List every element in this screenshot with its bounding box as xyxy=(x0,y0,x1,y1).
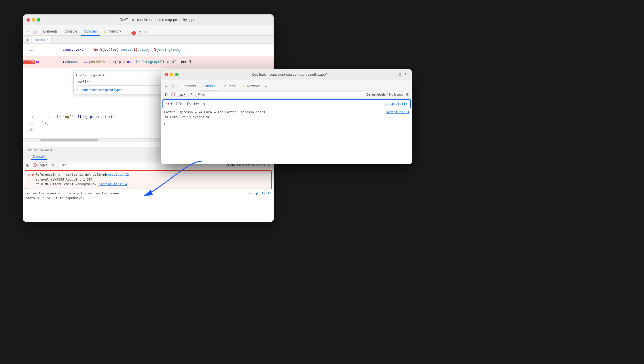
clear-console-btn[interactable]: 🚫 xyxy=(32,162,37,168)
tab-network[interactable]: ⚠ Network xyxy=(100,28,125,36)
scrollbar-thumb xyxy=(40,139,98,141)
front-tab-elements[interactable]: Elements xyxy=(178,82,199,90)
espresso-log-row: Coffee Espresso – 74 Euro – The Coffee E… xyxy=(161,109,412,121)
close-button[interactable] xyxy=(26,18,30,22)
front-tab-network[interactable]: ⚠ Network xyxy=(238,82,263,90)
error-expand-icon[interactable]: ▶ xyxy=(32,172,34,177)
front-console-body: ↪ Coffee Espresso script.ts:12 Coffee Es… xyxy=(161,98,412,164)
traffic-lights-back xyxy=(26,18,40,22)
logpoint-type[interactable]: Logpoint ▾ xyxy=(90,73,105,77)
front-chevron-icon: ▾ xyxy=(184,92,185,96)
console-tab[interactable]: Console xyxy=(31,154,47,160)
front-maximize-button[interactable] xyxy=(175,73,179,76)
error-link-2[interactable]: script.ts:12:4 xyxy=(100,182,127,186)
window-title-back: DevTools - consistent-source-map-pc.netl… xyxy=(44,18,270,22)
error-stack2: at HTMLButtonElement.<anonymous> (script… xyxy=(35,182,129,187)
code-line-12: 12 (▶document.▶querySelector('p') as HTM… xyxy=(23,56,274,68)
americano-log-row: Coffee Americano – 86 Euro – The Coffee … xyxy=(23,190,274,202)
learn-more-link[interactable]: ↗ Learn more: Breakpoint Types xyxy=(76,88,160,92)
eye-icon-btn[interactable]: 👁 xyxy=(50,162,56,168)
devtools-icons: ⊹ ⬜ xyxy=(25,29,37,35)
front-default-levels[interactable]: Default levels ▾ xyxy=(366,92,388,96)
tab-bar-front: ⊹ ⬜ Elements Console Sources ⚠ Network » xyxy=(161,80,412,90)
console-content: ✕ ▶ ReferenceError: coffee is not define… xyxy=(23,169,274,222)
logpoint-popup: Line 12: Logpoint ▾ ↗ Learn more: Breakp… xyxy=(73,71,163,94)
error-row: ✕ ▶ ReferenceError: coffee is not define… xyxy=(25,170,272,189)
americano-log-text: Coffee Americano – 86 Euro – The Coffee … xyxy=(25,191,119,201)
more-options-button[interactable]: ⋮ xyxy=(143,30,149,35)
file-tab-bar: ◧ script.ts ✕ xyxy=(23,36,274,44)
coffee-icon: ↪ xyxy=(166,101,169,106)
code-line-11: 11 const text = `The ${coffee} costs ${p… xyxy=(23,44,274,56)
title-bar-back: DevTools - consistent-source-map-pc.netl… xyxy=(23,14,274,25)
file-tab-name: script.ts xyxy=(35,38,46,41)
front-clear-btn[interactable]: 🚫 xyxy=(170,92,176,97)
chevron-icon: ▾ xyxy=(103,73,105,77)
americano-link[interactable]: script.ts:13 xyxy=(249,191,271,201)
front-context-value: top xyxy=(179,93,183,96)
traffic-lights-front xyxy=(165,73,179,76)
error-stack1: at eval (VM4394 logpoint:1:38) xyxy=(35,177,129,182)
front-console-toolbar: ◧ 🚫 top ▾ 👁 Default levels ▾ No Issues ⚙ xyxy=(161,90,412,98)
front-context-selector[interactable]: top ▾ xyxy=(177,92,187,97)
sidebar-panel-btn[interactable]: ◧ xyxy=(25,162,31,168)
front-filter-input[interactable] xyxy=(195,92,365,97)
cursor-position: Line 12, Column 4 xyxy=(26,148,52,152)
error-badge: ✕ 1 xyxy=(131,31,136,35)
front-levels-chevron: ▾ xyxy=(386,92,388,96)
file-close-icon[interactable]: ✕ xyxy=(47,38,49,41)
minimize-button[interactable] xyxy=(32,18,35,22)
logpoint-header: Line 12: Logpoint ▾ xyxy=(76,73,160,77)
devtools-window-front: DevTools - consistent-source-map-pc.netl… xyxy=(161,69,412,164)
front-tab-console[interactable]: Console xyxy=(199,82,219,90)
expand-arrow[interactable]: › xyxy=(161,121,412,127)
maximize-button[interactable] xyxy=(37,18,40,22)
context-selector[interactable]: top ▾ xyxy=(39,162,49,167)
front-tab-sources[interactable]: Sources xyxy=(219,82,238,90)
chevron-down-icon: ▾ xyxy=(46,163,47,167)
warning-icon: ⚠ xyxy=(104,29,107,33)
front-devtools-icons: ⊹ ⬜ xyxy=(164,84,176,90)
error-x-icon: ✕ xyxy=(28,173,31,177)
front-close-button[interactable] xyxy=(165,73,168,76)
inspector-icon[interactable]: ⊹ xyxy=(25,29,31,34)
device-icon[interactable]: ⬜ xyxy=(32,29,37,34)
front-tab-more[interactable]: » xyxy=(263,83,268,90)
front-settings-btn[interactable]: ⚙ xyxy=(397,72,403,77)
coffee-espresso-row: ↪ Coffee Espresso script.ts:12 xyxy=(162,99,411,108)
external-link-icon: ↗ xyxy=(76,88,79,92)
front-eye-btn[interactable]: 👁 xyxy=(188,92,194,97)
tab-elements[interactable]: Elements xyxy=(40,28,61,36)
front-sidebar-btn[interactable]: ◧ xyxy=(163,92,169,97)
coffee-espresso-text: Coffee Espresso xyxy=(171,102,205,106)
console-more-icon[interactable]: ⋮ xyxy=(25,155,29,159)
espresso-link[interactable]: script.ts:13 xyxy=(386,110,409,120)
coffee-link[interactable]: script.ts:12 xyxy=(384,102,407,106)
logpoint-expression-input[interactable] xyxy=(76,79,160,86)
settings-button[interactable]: ⚙ xyxy=(137,30,143,35)
error-message: ReferenceError: coffee is not defined sc… xyxy=(35,172,129,177)
espresso-log-text: Coffee Espresso – 74 Euro – The Coffee E… xyxy=(164,110,265,120)
front-inspector-icon[interactable]: ⊹ xyxy=(164,84,169,89)
front-console-settings-btn[interactable]: ⚙ xyxy=(404,92,410,97)
context-value: top xyxy=(40,163,45,167)
logpoint-line-label: Line 12: xyxy=(76,73,87,77)
front-minimize-button[interactable] xyxy=(170,73,173,76)
front-warning-icon: ⚠ xyxy=(242,84,245,88)
tab-sources[interactable]: Sources xyxy=(81,28,100,36)
error-link-1[interactable]: script.ts:12 xyxy=(106,172,129,177)
front-more-btn[interactable]: ⋮ xyxy=(403,72,408,77)
window-title-front: DevTools - consistent-source-map-pc.netl… xyxy=(182,73,397,77)
title-bar-front: DevTools - consistent-source-map-pc.netl… xyxy=(161,69,412,80)
tab-more-button[interactable]: » xyxy=(125,28,130,35)
front-device-icon[interactable]: ⬜ xyxy=(171,84,176,89)
tab-bar-back: ⊹ ⬜ Elements Console Sources ⚠ Network »… xyxy=(23,25,274,36)
front-no-issues: No Issues xyxy=(389,93,403,96)
file-tab-script[interactable]: script.ts ✕ xyxy=(32,36,52,43)
sidebar-toggle-icon[interactable]: ◧ xyxy=(25,37,30,42)
tab-console[interactable]: Console xyxy=(61,28,81,36)
